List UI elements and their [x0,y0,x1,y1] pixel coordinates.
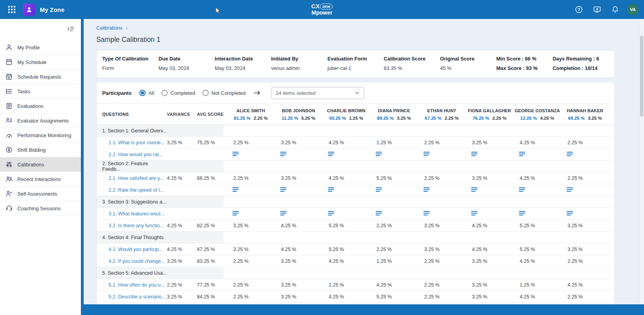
question-link[interactable]: 5.2. Describe a scenario... [102,294,167,300]
comments-icon[interactable] [519,211,525,216]
question-link[interactable]: 1.1. What is your overal... [102,140,167,145]
help-icon[interactable]: ? [573,3,585,16]
summary-field-label: Calibration Score [384,56,437,62]
sidebar-item-schedule-requests[interactable]: Schedule Requests [0,70,81,84]
section-row: 3. Section 3: Suggestions a... [97,196,614,208]
comments-icon[interactable] [567,151,573,157]
scrollbar-thumb[interactable] [640,36,643,117]
shift-bidding-icon [6,146,13,153]
sidebar-item-performance-monitoring[interactable]: Performance Monitoring [0,128,81,143]
comments-icon[interactable] [471,151,477,157]
main-content: Calibrations › Sample Calibration 1 Type… [84,19,644,315]
notifications-bell-icon[interactable] [609,3,622,16]
sidebar-item-tasks[interactable]: Tasks [0,84,81,99]
comments-icon[interactable] [519,187,525,192]
participants-dropdown[interactable]: 14 items selected [271,87,364,99]
question-link[interactable]: 4.2. If you could change... [102,258,167,264]
comments-icon[interactable] [567,211,573,216]
comments-icon[interactable] [376,187,382,192]
sidebar-item-shift-bidding[interactable]: Shift Bidding [0,143,81,157]
apps-grid-icon[interactable] [6,3,18,16]
sidebar-item-label: Calibrations [17,162,44,168]
comments-icon[interactable] [280,211,286,216]
participants-radio-group: AllCompletedNot Completed [139,90,245,96]
score-cell: 3.25 % [275,282,322,288]
comments-icon[interactable] [567,187,573,192]
sidebar-item-calibrations[interactable]: Calibrations [0,157,81,172]
sidebar-item-self-assessments[interactable]: Self Assessments [0,187,81,201]
section-label: 2. Section 2: Feature Feedb... [102,161,167,172]
comments-icon[interactable] [471,211,477,216]
comments-icon[interactable] [328,211,334,216]
question-link[interactable]: 4.1. Would you particip... [102,247,167,252]
comments-icon[interactable] [423,187,430,192]
radio-all[interactable]: All [139,90,154,96]
sidebar-item-evaluator-assignments[interactable]: Evaluator Assignments [0,113,81,128]
comments-icon[interactable] [328,151,334,157]
question-link[interactable]: 5.1. How often do you u... [102,282,167,288]
comments-icon[interactable] [519,151,525,157]
sidebar-item-coaching-sessions[interactable]: Coaching Sessions [0,201,81,216]
comments-cell [275,211,322,217]
question-link[interactable]: 2.1. How satisfied are y... [102,175,167,181]
participant-score: 11.25 % [282,116,298,121]
summary-field-value: Completion : 10/14 [552,65,606,71]
comments-icon[interactable] [376,211,382,216]
participant-score: 89.25 % [377,116,393,121]
screen-share-icon[interactable] [591,3,603,16]
breadcrumb-calibrations-link[interactable]: Calibrations [96,25,122,31]
radio-not-completed[interactable]: Not Completed [202,90,246,96]
comments-icon[interactable] [471,187,477,192]
score-cell: 4.25 % [466,247,513,252]
sidebar-item-my-profile[interactable]: My Profile [0,40,81,55]
column-header-participant-charlie-brown: CHARLIE BROWN55.25 %1.25 % [322,108,370,121]
page-title: Sample Calibration 1 [96,36,615,44]
user-avatar[interactable]: VA [627,4,638,15]
variance-cell: 3.25 % [167,258,197,264]
sidebar-item-my-schedule[interactable]: My Schedule [0,55,81,70]
summary-field-label: Type Of Calibration [102,56,155,62]
apply-arrow-icon[interactable] [253,90,261,96]
summary-field-initiated-by: Initiated Byvenus admin [271,56,328,72]
question-row: 1.1. What is your overal...3.25 %75.25 %… [97,137,614,149]
sidebar-item-recent-interactions[interactable]: Recent Interactions [0,172,81,187]
participant-variance: 2.25 % [445,116,459,121]
avg-score-cell: 84.25 % [197,294,227,300]
participant-scores: 89.25 %3.25 % [370,116,418,121]
comments-cell [322,187,370,193]
bottom-frame-strip [81,304,644,315]
myzone-logo-icon[interactable] [23,4,35,16]
comments-icon[interactable] [376,151,382,157]
chevron-down-icon [354,90,360,96]
question-link[interactable]: 1.2. How would you rat... [102,152,167,157]
sidebar-item-evaluations[interactable]: Evaluations [0,99,81,113]
question-link[interactable]: 3.2. Is there any functio... [102,223,167,228]
question-link[interactable]: 3.1. What features woul... [102,211,167,217]
comments-icon[interactable] [232,187,239,192]
score-cell: 4.25 % [322,140,370,145]
participant-scores: 69.25 %3.25 % [561,116,609,121]
comments-icon[interactable] [423,211,430,216]
comments-icon[interactable] [280,151,286,157]
comments-cell [466,151,513,158]
sidebar-collapse-icon[interactable] [67,25,75,33]
comments-icon[interactable] [328,187,334,192]
summary-field-label: Due Date [159,56,212,62]
sidebar-item-label: Self Assessments [17,191,57,197]
sidebar-item-label: My Profile [17,45,40,51]
score-cell: 4.25 % [322,258,370,264]
question-link[interactable]: 2.2. Rate the speed of t... [102,187,167,193]
comments-icon[interactable] [423,151,430,157]
participant-variance: 2.25 % [254,116,268,121]
radio-completed[interactable]: Completed [161,90,195,96]
participant-scores: 11.25 %5.25 % [275,116,322,121]
score-cell: 5.25 % [370,294,418,300]
summary-field-value: Max Score : 93 % [496,65,550,71]
comments-cell [513,211,561,217]
comments-icon[interactable] [280,187,286,192]
summary-field-label: Days Remaining : 6 [552,56,606,62]
summary-field-interaction-date: Interaction DateMay 03, 2024 [215,56,271,72]
comments-icon[interactable] [232,151,239,157]
participant-score: 67.25 % [425,116,441,121]
comments-icon[interactable] [232,211,239,216]
